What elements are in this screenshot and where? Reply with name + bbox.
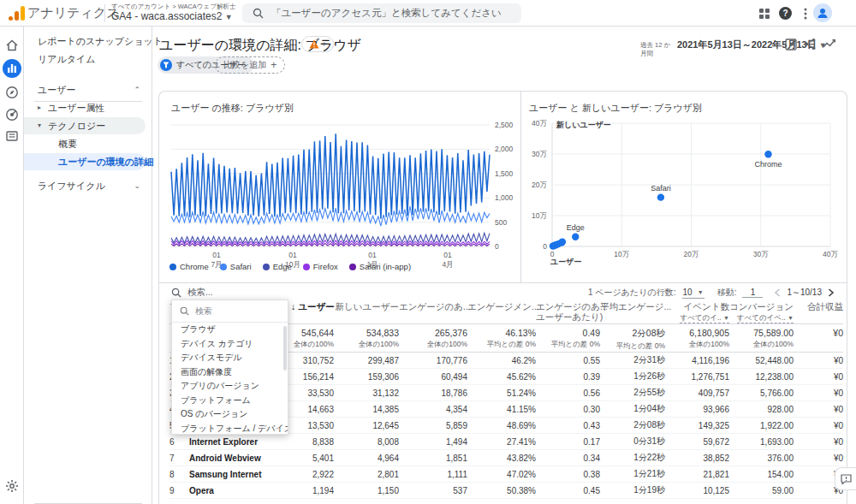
- totals-cell: 545,644全体の100%: [291, 325, 334, 352]
- search-icon: [171, 288, 181, 298]
- totals-sub: 全体の100%: [665, 340, 729, 350]
- sidebar-item-tech-detail[interactable]: ユーザーの環境の詳細: [24, 153, 146, 170]
- totals-cell: 265,376全体の100%: [399, 325, 467, 352]
- svg-text:40万: 40万: [823, 250, 838, 258]
- sidebar-item-technology[interactable]: ▾テクノロジー: [24, 117, 146, 134]
- apps-grid-icon[interactable]: [757, 6, 772, 21]
- table-cell: 299,487: [334, 356, 399, 365]
- totals-cell: ¥0: [794, 325, 843, 352]
- column-header[interactable]: エンゲージメン...: [467, 301, 536, 323]
- share-icon[interactable]: [804, 38, 817, 51]
- arrow-down-icon: ▾: [38, 117, 41, 134]
- dropdown-item[interactable]: ブラウザ: [172, 323, 288, 337]
- table-cell: 1,194: [291, 486, 334, 495]
- prev-page-icon[interactable]: [774, 288, 781, 297]
- goto-label: 移動:: [717, 287, 737, 299]
- sidebar-item-user-attributes[interactable]: ▸ユーザー属性: [24, 99, 152, 116]
- totals-sub: 平均との差 0%: [600, 341, 665, 352]
- metric-filter-link[interactable]: すべてのイベ.. ▼: [737, 314, 794, 323]
- sidebar-item-snapshot[interactable]: レポートのスナップショット: [24, 33, 152, 50]
- line-chart: [169, 120, 493, 250]
- sidebar-section-lifecycle[interactable]: ライフサイクル⌄: [24, 177, 152, 194]
- tick-day: 01: [442, 251, 453, 260]
- data-warning-pill[interactable]: ▾: [301, 36, 334, 52]
- dropdown-item[interactable]: 画面の解像度: [172, 365, 288, 380]
- chevron-down-icon: ▾: [322, 40, 325, 48]
- reports-icon[interactable]: [3, 59, 21, 78]
- global-search-input[interactable]: 「ユーザーのアクセス元」と検索してみてください: [242, 3, 521, 23]
- column-header[interactable]: コンバージョンすべてのイベ.. ▼: [729, 301, 794, 323]
- table-cell: 149,325: [665, 421, 729, 430]
- tick-day: 01: [366, 251, 377, 260]
- dropdown-item[interactable]: デバイスモデル: [172, 351, 288, 365]
- explore-icon[interactable]: [4, 85, 20, 100]
- insights-icon[interactable]: [823, 38, 836, 51]
- table-cell: 12,238.00: [729, 372, 794, 382]
- rows-per-page-select[interactable]: 10▼: [682, 288, 704, 299]
- more-vert-icon[interactable]: [798, 6, 813, 21]
- column-header[interactable]: 新しいユーザー: [334, 301, 399, 323]
- svg-text:10万: 10万: [614, 250, 629, 258]
- legend-label: Edge: [273, 262, 292, 271]
- edit-comparison-icon[interactable]: [785, 38, 799, 51]
- legend-item: Safari: [220, 262, 252, 271]
- next-page-icon[interactable]: [828, 288, 835, 297]
- home-icon[interactable]: [4, 38, 20, 53]
- avatar[interactable]: [813, 3, 832, 22]
- dropdown-item[interactable]: デバイス カテゴリ: [172, 337, 288, 352]
- table-cell: 928.00: [729, 405, 794, 414]
- metric-filter-link[interactable]: すべてのイ.. ▼: [680, 314, 729, 323]
- feedback-button[interactable]: [835, 467, 856, 490]
- legend-label: Firefox: [313, 262, 338, 271]
- dropdown-item[interactable]: アプリのバージョン: [172, 379, 288, 394]
- totals-value: ¥0: [794, 328, 843, 338]
- totals-value: 46.13%: [467, 328, 536, 338]
- column-header[interactable]: イベント数すべてのイ.. ▼: [665, 301, 729, 323]
- settings-gear-icon[interactable]: [4, 478, 20, 494]
- table-cell: 10,125: [665, 486, 729, 495]
- totals-value: 2分08秒: [600, 328, 665, 340]
- table-cell: 154.00: [729, 470, 794, 479]
- table-search-input[interactable]: 検索...: [171, 287, 213, 299]
- table-pagination: 1 ページあたりの行数: 10▼ 移動: 1 1～10/13: [588, 285, 835, 300]
- add-comparison-chip[interactable]: 比較を追加+: [215, 56, 285, 74]
- sidebar-section-user[interactable]: ユーザー⌃: [24, 81, 152, 98]
- scrollbar-thumb[interactable]: [283, 326, 287, 371]
- totals-cell: 534,833全体の100%: [334, 325, 399, 352]
- totals-value: 265,376: [399, 328, 467, 338]
- table-cell: 59.00: [729, 486, 794, 495]
- chevron-down-icon: ⌄: [134, 177, 140, 194]
- table-cell: 2,922: [291, 470, 334, 479]
- page-range: 1～10/13: [787, 287, 822, 299]
- column-header[interactable]: エンゲージのあ...ユーザーあたり): [536, 301, 600, 323]
- svg-text:Chrome: Chrome: [754, 160, 782, 169]
- column-header[interactable]: エンゲージのあ...: [399, 301, 467, 323]
- goto-page-input[interactable]: 1: [742, 288, 763, 298]
- sidebar-item-overview[interactable]: 概要: [24, 135, 152, 152]
- dropdown-item[interactable]: プラットフォーム / デバイス カテゴリ: [172, 422, 288, 436]
- search-icon: [253, 8, 264, 19]
- legend-item: Edge: [263, 262, 292, 271]
- sidebar-item-realtime[interactable]: リアルタイム: [24, 50, 152, 68]
- advertising-icon[interactable]: [4, 107, 20, 122]
- table-cell: 0.34: [536, 454, 600, 463]
- dropdown-search-input[interactable]: 検索: [172, 300, 288, 323]
- table-cell: 1分19秒: [600, 484, 665, 496]
- dropdown-item[interactable]: OS のバージョン: [172, 407, 288, 422]
- property-selector[interactable]: GA4 - waca.associates2 ▼: [111, 10, 233, 22]
- dropdown-item[interactable]: プラットフォーム: [172, 394, 288, 408]
- column-header[interactable]: 平均エンゲージ...: [600, 301, 665, 323]
- table-cell: 1分04秒: [600, 403, 665, 415]
- search-placeholder: 「ユーザーのアクセス元」と検索してみてください: [271, 7, 502, 20]
- y-tick-label: 500: [495, 218, 507, 227]
- help-icon[interactable]: ?: [779, 7, 792, 20]
- svg-text:ユーザー: ユーザー: [550, 258, 581, 265]
- table-cell: 59,672: [665, 437, 729, 447]
- column-header[interactable]: ↓ ユーザー: [291, 301, 334, 323]
- totals-value: 6,180,905: [665, 328, 729, 338]
- library-icon[interactable]: [4, 128, 20, 144]
- column-header[interactable]: 合計収益: [794, 301, 843, 323]
- table-row: 7Android Webview5,4014,9641,85143.82%0.3…: [169, 450, 843, 466]
- svg-text:10万: 10万: [532, 211, 547, 220]
- table-cell: ¥0: [794, 372, 843, 382]
